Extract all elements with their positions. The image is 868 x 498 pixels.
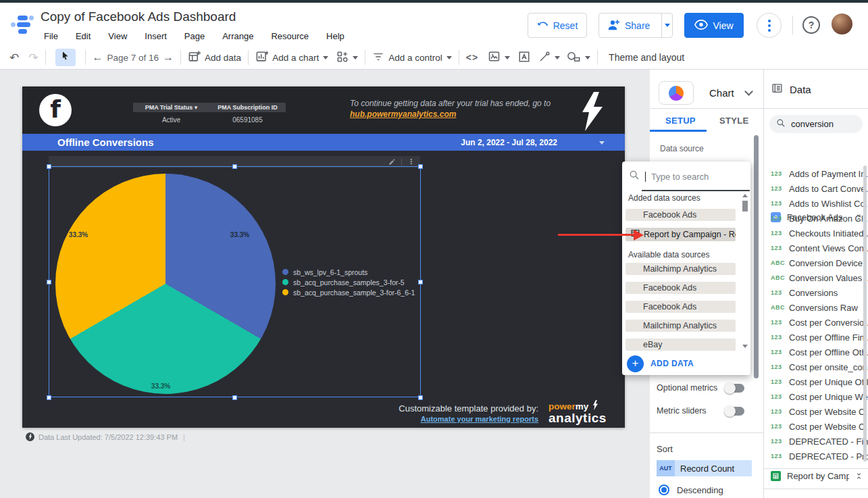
insert-text-button[interactable] xyxy=(518,51,530,65)
insert-shape-button[interactable] xyxy=(567,51,590,65)
user-avatar[interactable] xyxy=(832,14,852,34)
field-row[interactable]: 123 Cost per Conversio... xyxy=(764,315,865,330)
field-row[interactable]: 123 DEPRECATED - Pro... xyxy=(764,449,865,464)
menu-item[interactable]: Edit xyxy=(67,30,99,43)
refresh-bolt-icon[interactable] xyxy=(26,432,34,441)
insert-image-button[interactable] xyxy=(488,51,510,64)
looker-studio-logo-icon[interactable] xyxy=(11,14,34,34)
more-options-button[interactable] xyxy=(757,13,782,38)
field-row[interactable]: 123 Cost per Unique We... xyxy=(764,389,865,404)
field-row[interactable]: 123 Conversions xyxy=(764,285,865,300)
field-type-badge: 123 xyxy=(771,185,786,192)
field-row[interactable]: 123 Cost per Offline Fin... xyxy=(764,330,865,345)
sort-direction-option[interactable]: Descending xyxy=(659,484,723,495)
chevron-down-icon xyxy=(585,56,590,59)
share-dropdown-button[interactable] xyxy=(661,14,672,37)
share-button[interactable]: Share xyxy=(599,14,657,37)
field-row[interactable]: 123 Content Views Con... xyxy=(764,241,865,255)
scroll-up-icon[interactable] xyxy=(742,194,748,197)
field-row[interactable]: 123 Adds to Wishlist Co... xyxy=(764,196,865,211)
undo-icon[interactable]: ↶ xyxy=(9,51,19,65)
chart-selection-outline[interactable] xyxy=(49,166,421,397)
field-list: 123 Adds of Payment In... 123 Adds to Ca… xyxy=(764,166,865,464)
trial-notice-link[interactable]: hub.powermyanalytics.com xyxy=(350,109,456,119)
credit-link[interactable]: Automate your marketing reports xyxy=(399,415,538,423)
resize-handle[interactable] xyxy=(418,395,423,400)
add-data-footer[interactable]: + ADD DATA xyxy=(622,352,750,375)
report-title[interactable]: Copy of Facebook Ads Dashboard xyxy=(41,9,236,24)
metric-sliders-toggle[interactable] xyxy=(725,407,744,416)
trial-status-header[interactable]: PMA Trial Status ▾ xyxy=(133,103,209,112)
redo-icon[interactable]: ↷ xyxy=(28,51,38,65)
menu-item[interactable]: Page xyxy=(176,30,213,43)
date-range-control[interactable]: Jun 2, 2022 - Jul 28, 2022 xyxy=(461,138,557,147)
chart-kebab-menu-icon[interactable]: ⋮ xyxy=(407,158,415,166)
datasource-option[interactable]: Mailchimp Analytics xyxy=(626,263,736,275)
tab-style[interactable]: STYLE xyxy=(719,116,748,126)
view-button[interactable]: View xyxy=(684,13,744,38)
field-row[interactable]: ABC Conversions Raw xyxy=(764,300,865,315)
add-chart-button[interactable]: Add a chart xyxy=(255,50,328,65)
resize-handle[interactable] xyxy=(47,280,51,284)
chart-selector-label[interactable]: Chart xyxy=(709,87,734,99)
field-row[interactable]: 123 Buy On Amazon Cli... xyxy=(764,211,865,226)
menu-item[interactable]: Help xyxy=(317,30,353,43)
menu-item[interactable]: Insert xyxy=(136,30,176,43)
report-canvas[interactable]: f PMA Trial Status ▾ PMA Subscription ID… xyxy=(22,86,625,428)
datasource-group-header[interactable]: Report by Campai... xyxy=(764,471,868,481)
field-row[interactable]: 123 Cost per Unique Offl... xyxy=(764,374,865,389)
sort-field-chip[interactable]: AUT Record Count xyxy=(657,460,752,476)
insert-line-button[interactable] xyxy=(538,51,560,65)
optional-metrics-toggle[interactable] xyxy=(725,384,744,393)
tab-setup[interactable]: SETUP xyxy=(665,116,696,126)
collapse-icon[interactable] xyxy=(855,472,863,480)
datasource-option[interactable]: Facebook Ads xyxy=(626,209,736,221)
dropdown-scrollbar[interactable] xyxy=(742,194,748,348)
field-row[interactable]: ABC Conversion Values ... xyxy=(764,270,865,285)
datasource-search-input[interactable]: Type to search xyxy=(629,170,709,183)
field-search-input[interactable]: conversion xyxy=(769,115,863,133)
previous-page-icon[interactable]: ← xyxy=(93,51,103,64)
datasource-option[interactable]: Mailchimp Analytics xyxy=(626,320,736,332)
scroll-thumb[interactable] xyxy=(742,201,748,211)
scroll-down-icon[interactable] xyxy=(742,345,748,348)
add-data-button[interactable]: Add data xyxy=(188,50,241,65)
field-row[interactable]: 123 Adds of Payment In... xyxy=(764,166,865,181)
resize-handle[interactable] xyxy=(47,395,51,400)
field-row[interactable]: 123 Cost per Website C... xyxy=(764,404,865,419)
setup-panel-scrollbar[interactable] xyxy=(754,135,759,378)
field-row[interactable]: 123 Cost per onsite_con... xyxy=(764,359,865,374)
datasource-option[interactable]: Facebook Ads xyxy=(626,301,736,313)
datasource-option[interactable]: Facebook Ads xyxy=(626,282,736,294)
field-row[interactable]: 123 Cost per Website C... xyxy=(764,419,865,434)
field-row[interactable]: ABC Conversion Device xyxy=(764,255,865,270)
chevron-down-icon[interactable] xyxy=(744,87,753,96)
reset-button[interactable]: Reset xyxy=(528,13,587,38)
embed-url-button[interactable]: <> xyxy=(466,52,478,63)
next-page-icon[interactable]: → xyxy=(163,51,174,64)
add-control-button[interactable]: Add a control xyxy=(372,51,452,64)
field-row[interactable]: 123 DEPRECATED - Find... xyxy=(764,434,865,449)
theme-layout-button[interactable]: Theme and layout xyxy=(609,52,684,63)
field-row[interactable]: 123 Checkouts Initiated ... xyxy=(764,226,865,241)
menu-item[interactable]: File xyxy=(35,30,67,43)
resize-handle[interactable] xyxy=(232,164,237,169)
field-row[interactable]: 123 Conversions xyxy=(764,493,838,498)
resize-handle[interactable] xyxy=(232,395,237,400)
chart-type-card[interactable] xyxy=(659,81,694,105)
menu-item[interactable]: View xyxy=(99,30,136,43)
datasource-option[interactable]: eBay xyxy=(626,339,736,351)
resize-handle[interactable] xyxy=(418,280,423,284)
menu-item[interactable]: Arrange xyxy=(213,30,262,43)
menu-item[interactable]: Resource xyxy=(262,30,317,43)
resize-handle[interactable] xyxy=(418,164,423,169)
field-row[interactable]: 123 Adds to Cart Conve... xyxy=(764,181,865,196)
page-indicator[interactable]: Page 7 of 16 xyxy=(107,53,159,63)
field-row[interactable]: 123 Cost per Offline Oth... xyxy=(764,345,865,359)
data-panel-scrollbar[interactable] xyxy=(863,166,867,462)
resize-handle[interactable] xyxy=(47,164,51,169)
chevron-down-icon[interactable] xyxy=(599,141,605,145)
select-tool-button[interactable] xyxy=(55,49,76,66)
community-viz-button[interactable] xyxy=(336,51,358,65)
help-button[interactable]: ? xyxy=(802,16,820,34)
